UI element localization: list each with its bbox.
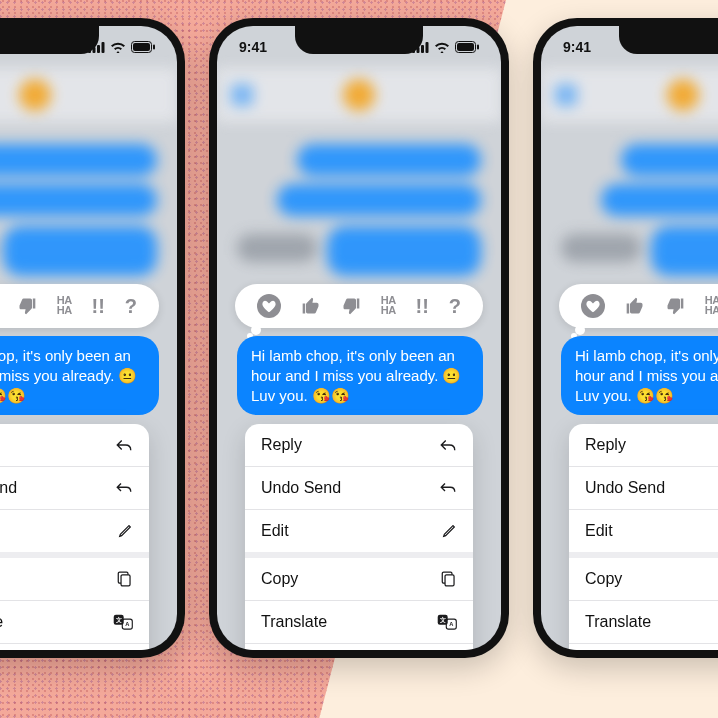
svg-rect-6 (153, 45, 155, 50)
menu-item-undo-send[interactable]: Undo Send (569, 467, 718, 510)
menu-item-copy[interactable]: Copy (245, 558, 473, 601)
svg-text:文: 文 (439, 616, 446, 623)
reply-icon (439, 437, 457, 453)
menu-item-edit[interactable]: Edit (0, 510, 149, 552)
menu-item-more[interactable]: More… (569, 644, 718, 650)
battery-icon (455, 41, 479, 53)
message-text: Hi lamb chop, it's only been an hour and… (0, 347, 137, 404)
menu-item-reply[interactable]: Reply (0, 424, 149, 467)
message-text: Hi lamb chop, it's only been an hour and… (251, 347, 461, 404)
copy-icon (116, 570, 133, 588)
svg-rect-7 (121, 575, 130, 586)
menu-label: Edit (261, 522, 289, 540)
undo-icon (115, 481, 133, 495)
menu-item-reply[interactable]: Reply (569, 424, 718, 467)
menu-item-more[interactable]: More… (0, 644, 149, 650)
svg-rect-5 (133, 43, 150, 51)
tapback-question-icon[interactable]: ? (125, 296, 137, 316)
menu-item-undo-send[interactable]: Undo Send (0, 467, 149, 510)
menu-label: Reply (261, 436, 302, 454)
phone-mockup-right: 9:41 (533, 18, 718, 658)
svg-rect-3 (102, 42, 105, 53)
translate-icon: 文A (437, 614, 457, 630)
svg-rect-22 (477, 45, 479, 50)
svg-rect-19 (426, 42, 429, 53)
tapback-heart-icon[interactable] (581, 294, 605, 318)
undo-icon (439, 481, 457, 495)
phone-notch (295, 26, 423, 54)
svg-rect-18 (421, 45, 424, 53)
selected-message-bubble[interactable]: Hi lamb chop, it's only been an hour and… (561, 336, 718, 415)
tapback-reaction-bar: HAHA !! ? (235, 284, 483, 328)
wifi-icon (110, 42, 126, 53)
tapback-exclamation-icon[interactable]: !! (92, 296, 105, 316)
menu-item-copy[interactable]: Copy (0, 558, 149, 601)
svg-rect-23 (445, 575, 454, 586)
menu-item-copy[interactable]: Copy (569, 558, 718, 601)
tapback-haha-icon[interactable]: HAHA (705, 296, 718, 316)
tapback-question-icon[interactable]: ? (449, 296, 461, 316)
phone-mockup-center: 9:41 (209, 18, 509, 658)
svg-text:A: A (449, 621, 453, 627)
message-text: Hi lamb chop, it's only been an hour and… (575, 347, 718, 404)
menu-label: Copy (585, 570, 622, 588)
edit-icon (441, 523, 457, 539)
menu-item-undo-send[interactable]: Undo Send (245, 467, 473, 510)
phone-mockup-left: 9:41 (0, 18, 185, 658)
message-context-menu: Reply Undo Send Edit Copy (245, 424, 473, 650)
tapback-thumbs-up-icon[interactable] (301, 296, 321, 316)
menu-label: Translate (261, 613, 327, 631)
message-context-menu: Reply Undo Send Edit Copy (0, 424, 149, 650)
svg-text:A: A (125, 621, 129, 627)
menu-label: Undo Send (261, 479, 341, 497)
menu-item-translate[interactable]: Translate 文A (0, 601, 149, 644)
status-time: 9:41 (563, 39, 591, 55)
menu-item-reply[interactable]: Reply (245, 424, 473, 467)
phone-screen: 9:41 (217, 26, 501, 650)
selected-message-bubble[interactable]: Hi lamb chop, it's only been an hour and… (237, 336, 483, 415)
tapback-thumbs-down-icon[interactable] (665, 296, 685, 316)
message-context-menu: Reply Undo Send Edit Copy (569, 424, 718, 650)
menu-item-edit[interactable]: Edit (569, 510, 718, 552)
menu-item-translate[interactable]: Translate 文A (245, 601, 473, 644)
menu-label: Undo Send (0, 479, 17, 497)
menu-label: Undo Send (585, 479, 665, 497)
status-time: 9:41 (239, 39, 267, 55)
tapback-thumbs-down-icon[interactable] (17, 296, 37, 316)
menu-label: Translate (585, 613, 651, 631)
edit-icon (117, 523, 133, 539)
tapback-thumbs-down-icon[interactable] (341, 296, 361, 316)
svg-text:文: 文 (115, 616, 122, 623)
tapback-thumbs-up-icon[interactable] (625, 296, 645, 316)
tapback-reaction-bar: HAHA !! ? (0, 284, 159, 328)
phone-lineup: 9:41 (18, 18, 700, 700)
copy-icon (440, 570, 457, 588)
tapback-reaction-bar: HAHA !! ? (559, 284, 718, 328)
translate-icon: 文A (113, 614, 133, 630)
menu-item-edit[interactable]: Edit (245, 510, 473, 552)
tapback-exclamation-icon[interactable]: !! (416, 296, 429, 316)
menu-label: Translate (0, 613, 3, 631)
menu-label: Reply (585, 436, 626, 454)
selected-message-bubble[interactable]: Hi lamb chop, it's only been an hour and… (0, 336, 159, 415)
menu-label: Edit (585, 522, 613, 540)
phone-notch (619, 26, 718, 54)
menu-label: Copy (261, 570, 298, 588)
reply-icon (115, 437, 133, 453)
svg-rect-2 (97, 45, 100, 53)
menu-item-more[interactable]: More… (245, 644, 473, 650)
phone-notch (0, 26, 99, 54)
tapback-heart-icon[interactable] (257, 294, 281, 318)
tapback-haha-icon[interactable]: HAHA (381, 296, 396, 316)
battery-icon (131, 41, 155, 53)
menu-item-translate[interactable]: Translate 文A (569, 601, 718, 644)
wifi-icon (434, 42, 450, 53)
svg-rect-21 (457, 43, 474, 51)
tapback-haha-icon[interactable]: HAHA (57, 296, 72, 316)
